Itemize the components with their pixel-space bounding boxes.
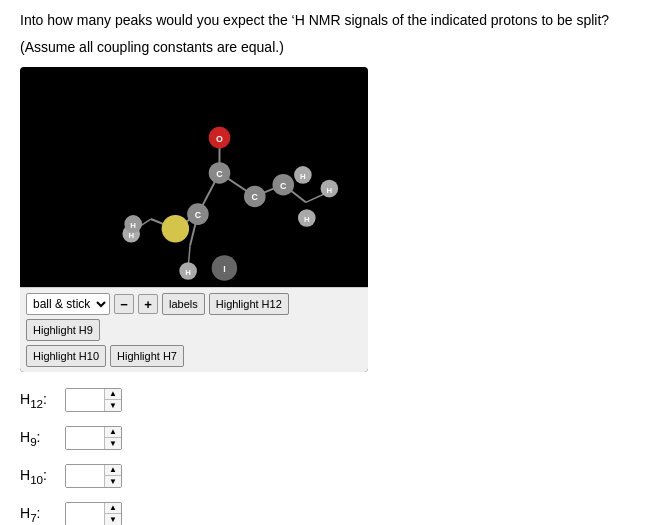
molecule-viewer: C C C C O H H H H I H H bbox=[20, 67, 368, 372]
spinner-down-h7[interactable]: ▼ bbox=[105, 514, 121, 525]
svg-text:C: C bbox=[280, 181, 287, 191]
highlight-h10-button[interactable]: Highlight H10 bbox=[26, 345, 106, 367]
view-select[interactable]: ball & stick wireframe spacefill bbox=[26, 293, 110, 315]
label-h7: H7: bbox=[20, 505, 65, 524]
label-h12: H12: bbox=[20, 391, 65, 410]
spinner-up-h9[interactable]: ▲ bbox=[105, 426, 121, 438]
svg-text:I: I bbox=[223, 264, 225, 274]
svg-text:H: H bbox=[130, 221, 136, 230]
svg-text:O: O bbox=[216, 134, 223, 144]
labels-button[interactable]: labels bbox=[162, 293, 205, 315]
spinner-down-h10[interactable]: ▼ bbox=[105, 476, 121, 488]
highlight-h9-button[interactable]: Highlight H9 bbox=[26, 319, 100, 341]
spinner-arrows-h10: ▲ ▼ bbox=[104, 464, 121, 488]
svg-point-11 bbox=[162, 215, 189, 242]
input-h7[interactable] bbox=[66, 502, 104, 525]
highlight-h12-button[interactable]: Highlight H12 bbox=[209, 293, 289, 315]
spinner-h7: ▲ ▼ bbox=[65, 502, 122, 525]
assume-text: (Assume all coupling constants are equal… bbox=[20, 39, 647, 55]
svg-text:H: H bbox=[185, 268, 191, 277]
spinner-h12: ▲ ▼ bbox=[65, 388, 122, 412]
svg-text:H: H bbox=[300, 172, 306, 181]
minus-button[interactable]: − bbox=[114, 294, 134, 314]
spinner-up-h10[interactable]: ▲ bbox=[105, 464, 121, 476]
answer-row-h12: H12: ▲ ▼ bbox=[20, 388, 647, 412]
answer-row-h9: H9: ▲ ▼ bbox=[20, 426, 647, 450]
spinner-down-h9[interactable]: ▼ bbox=[105, 438, 121, 450]
input-h12[interactable] bbox=[66, 388, 104, 412]
molecule-svg: C C C C O H H H H I H H bbox=[20, 67, 368, 322]
controls-bar: ball & stick wireframe spacefill − + lab… bbox=[20, 287, 368, 372]
spinner-h9: ▲ ▼ bbox=[65, 426, 122, 450]
answer-row-h7: H7: ▲ ▼ bbox=[20, 502, 647, 525]
answer-row-h10: H10: ▲ ▼ bbox=[20, 464, 647, 488]
input-h9[interactable] bbox=[66, 426, 104, 450]
svg-text:C: C bbox=[195, 210, 202, 220]
svg-text:C: C bbox=[216, 169, 223, 179]
svg-text:H: H bbox=[327, 186, 333, 195]
spinner-arrows-h9: ▲ ▼ bbox=[104, 426, 121, 450]
spinner-arrows-h12: ▲ ▼ bbox=[104, 388, 121, 412]
svg-text:H: H bbox=[304, 215, 310, 224]
spinner-up-h7[interactable]: ▲ bbox=[105, 502, 121, 514]
spinner-arrows-h7: ▲ ▼ bbox=[104, 502, 121, 525]
label-h10: H10: bbox=[20, 467, 65, 486]
label-h9: H9: bbox=[20, 429, 65, 448]
plus-button[interactable]: + bbox=[138, 294, 158, 314]
question-text: Into how many peaks would you expect the… bbox=[20, 10, 647, 31]
view-select-wrapper: ball & stick wireframe spacefill bbox=[26, 293, 110, 315]
highlight-h7-button[interactable]: Highlight H7 bbox=[110, 345, 184, 367]
controls-row2: Highlight H10 Highlight H7 bbox=[26, 345, 362, 367]
spinner-h10: ▲ ▼ bbox=[65, 464, 122, 488]
svg-text:C: C bbox=[252, 192, 259, 202]
spinner-up-h12[interactable]: ▲ bbox=[105, 388, 121, 400]
input-h10[interactable] bbox=[66, 464, 104, 488]
spinner-down-h12[interactable]: ▼ bbox=[105, 400, 121, 412]
